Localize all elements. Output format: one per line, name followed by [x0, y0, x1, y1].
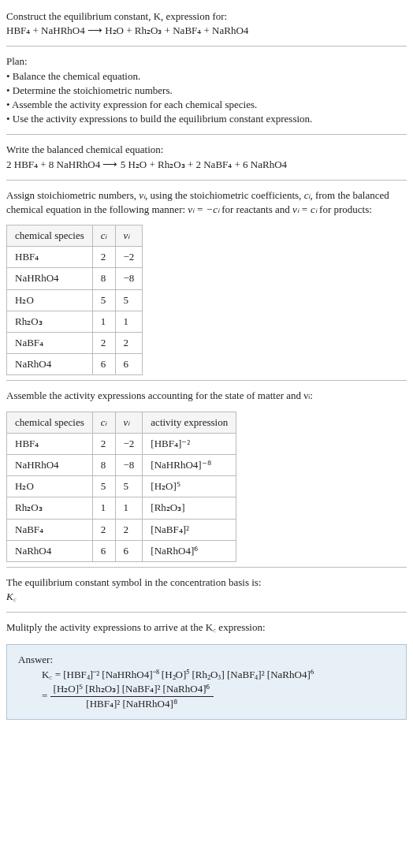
species-cell: NaRhO4 [7, 540, 93, 561]
species-cell: NaRhO4 [7, 354, 93, 375]
species-cell: Rh₂O₃ [7, 311, 93, 332]
species-cell: NaBF₄ [7, 519, 93, 540]
divider [6, 46, 407, 47]
col-header-ci: cᵢ [92, 412, 115, 433]
plan-item: Balance the chemical equation. [13, 70, 140, 82]
divider [6, 612, 407, 613]
divider [6, 134, 407, 135]
ci-cell: 5 [92, 476, 115, 497]
col-header-activity: activity expression [143, 412, 236, 433]
relation: νᵢ = −cᵢ [188, 203, 219, 215]
activity-cell: [H₂O]⁵ [143, 476, 236, 497]
species-cell: HBF₄ [7, 433, 93, 454]
assign-text: Assign stoichiometric numbers, [6, 189, 139, 201]
col-header-nu: νᵢ [115, 412, 143, 433]
plan-item: Use the activity expressions to build th… [13, 113, 313, 125]
nu-symbol: νᵢ [139, 189, 145, 201]
fraction-denominator: [HBF₄]² [NaHRhO4]⁸ [50, 697, 214, 711]
kc-symbol: K꜀ [6, 590, 17, 602]
divider [6, 380, 407, 381]
col-header-species: chemical species [7, 412, 93, 433]
nu-cell: 2 [115, 519, 143, 540]
ci-cell: 2 [92, 247, 115, 268]
species-cell: H₂O [7, 476, 93, 497]
multiply-text: Mulitply the activity expressions to arr… [6, 621, 266, 633]
activity-cell: [HBF₄]⁻² [143, 433, 236, 454]
species-cell: H₂O [7, 289, 93, 311]
nu-cell: 1 [115, 311, 143, 332]
symbol-block: The equilibrium constant symbol in the c… [6, 572, 407, 607]
title-line: Construct the equilibrium constant, K, e… [6, 10, 227, 22]
table-row: Rh₂O₃11[Rh₂O₃] [7, 497, 236, 519]
table-row: HBF₄2−2[HBF₄]⁻² [7, 433, 236, 454]
stoichiometry-table: chemical species cᵢ νᵢ HBF₄2−2 NaHRhO48−… [6, 225, 143, 375]
nu-cell: −2 [115, 433, 143, 454]
plan-item: Assemble the activity expression for eac… [12, 99, 257, 110]
activity-cell: [Rh₂O₃] [143, 497, 236, 519]
species-cell: NaHRhO4 [7, 268, 93, 289]
assign-text: for products: [317, 203, 372, 215]
answer-label: Answer: [18, 654, 53, 665]
plan-heading: Plan: [6, 55, 28, 67]
nu-cell: 5 [115, 289, 143, 311]
species-cell: HBF₄ [7, 247, 93, 268]
multiply-block: Mulitply the activity expressions to arr… [6, 617, 407, 638]
col-header-ci: cᵢ [92, 225, 115, 247]
species-cell: NaHRhO4 [7, 454, 93, 475]
ci-cell: 1 [92, 497, 115, 519]
assign-text: , using the stoichiometric coefficients, [145, 189, 304, 201]
answer-box: Answer: K꜀ = [HBF₄]⁻² [NaHRhO4]⁻⁸ [H₂O]⁵… [6, 644, 407, 720]
activity-cell: [NaHRhO4]⁻⁸ [143, 454, 236, 475]
activity-cell: [NaBF₄]² [143, 519, 236, 540]
answer-fraction: = [H₂O]⁵ [Rh₂O₃] [NaBF₄]² [NaRhO4]⁶ [HBF… [18, 682, 395, 711]
divider [6, 180, 407, 181]
plan-block: Plan: • Balance the chemical equation. •… [6, 51, 407, 129]
balanced-equation: 2 HBF₄ + 8 NaHRhO4 ⟶ 5 H₂O + Rh₂O₃ + 2 N… [6, 158, 287, 170]
assign-block: Assign stoichiometric numbers, νᵢ, using… [6, 185, 407, 220]
table-row: Rh₂O₃11 [7, 311, 143, 332]
table-row: NaRhO466[NaRhO4]⁶ [7, 540, 236, 561]
nu-cell: 2 [115, 333, 143, 354]
assemble-block: Assemble the activity expressions accoun… [6, 386, 407, 406]
table-row: NaHRhO48−8[NaHRhO4]⁻⁸ [7, 454, 236, 475]
fraction-numerator: [H₂O]⁵ [Rh₂O₃] [NaBF₄]² [NaRhO4]⁶ [50, 682, 214, 697]
species-cell: Rh₂O₃ [7, 497, 93, 519]
table-row: NaBF₄22[NaBF₄]² [7, 519, 236, 540]
activity-table: chemical species cᵢ νᵢ activity expressi… [6, 412, 236, 562]
table-header-row: chemical species cᵢ νᵢ activity expressi… [7, 412, 236, 433]
activity-cell: [NaRhO4]⁶ [143, 540, 236, 561]
ci-cell: 8 [92, 454, 115, 475]
ci-cell: 5 [92, 289, 115, 311]
table-row: H₂O55[H₂O]⁵ [7, 476, 236, 497]
table-row: NaHRhO48−8 [7, 268, 143, 289]
table-row: HBF₄2−2 [7, 247, 143, 268]
balanced-block: Write the balanced chemical equation: 2 … [6, 140, 407, 174]
nu-cell: 5 [115, 476, 143, 497]
unbalanced-equation: HBF₄ + NaHRhO4 ⟶ H₂O + Rh₂O₃ + NaBF₄ + N… [6, 24, 248, 36]
col-header-nu: νᵢ [115, 225, 143, 247]
ci-cell: 2 [92, 433, 115, 454]
balanced-heading: Write the balanced chemical equation: [6, 143, 163, 155]
nu-cell: −8 [115, 268, 143, 289]
plan-item: Determine the stoichiometric numbers. [13, 84, 173, 96]
table-header-row: chemical species cᵢ νᵢ [7, 225, 143, 247]
species-cell: NaBF₄ [7, 333, 93, 354]
table-row: NaBF₄22 [7, 333, 143, 354]
ci-cell: 2 [92, 333, 115, 354]
table-row: H₂O55 [7, 289, 143, 311]
symbol-text: The equilibrium constant symbol in the c… [6, 576, 262, 588]
nu-cell: 1 [115, 497, 143, 519]
nu-cell: −8 [115, 454, 143, 475]
table-row: NaRhO466 [7, 354, 143, 375]
ci-cell: 2 [92, 519, 115, 540]
nu-cell: −2 [115, 247, 143, 268]
ci-cell: 1 [92, 311, 115, 332]
nu-cell: 6 [115, 354, 143, 375]
col-header-species: chemical species [7, 225, 93, 247]
divider [6, 567, 407, 568]
assign-text: for reactants and [219, 203, 292, 215]
ci-cell: 6 [92, 540, 115, 561]
problem-statement: Construct the equilibrium constant, K, e… [6, 6, 407, 41]
relation: νᵢ = cᵢ [292, 203, 317, 215]
ci-cell: 8 [92, 268, 115, 289]
